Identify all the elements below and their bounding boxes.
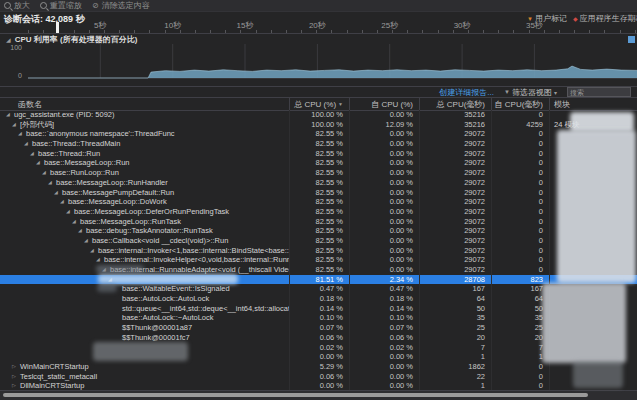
table-row[interactable]: ◢base::`anonymous namespace'::ThreadFunc…	[0, 129, 637, 139]
create-detailed-report-link[interactable]: 创建详细报告...	[439, 87, 494, 98]
expanded-arrow-icon[interactable]: ◢	[18, 129, 26, 139]
cell-self_ms: 0	[492, 139, 550, 149]
horizontal-scrollbar-thumb[interactable]	[3, 393, 588, 397]
function-name: DllMainCRTStartup	[20, 381, 84, 390]
header-function-name[interactable]: 函数名	[0, 98, 290, 110]
header-total-cpu-pct[interactable]: 总 CPU (%) ▼	[290, 98, 350, 110]
cell-self_ms: 0	[492, 129, 550, 139]
expanded-arrow-icon[interactable]: ◢	[30, 149, 38, 159]
table-row[interactable]: ◢base::MessageLoop::DoWork82.55 %0.00 %2…	[0, 197, 637, 207]
expanded-arrow-icon[interactable]: ◢	[42, 168, 50, 178]
expanded-arrow-icon[interactable]: ◢	[48, 178, 56, 188]
table-row[interactable]: ◢base::Thread::ThreadMain82.55 %0.00 %29…	[0, 139, 637, 149]
cell-self_pct: 0.00 %	[350, 352, 420, 362]
table-row[interactable]: ◢[外部代码]100.00 %12.09 %35216425924 模块	[0, 120, 637, 130]
clear-selection-button[interactable]: ⊘ 清除选定内容	[92, 0, 150, 11]
cell-total_ms: 29072	[420, 265, 492, 275]
cell-total_ms: 29072	[420, 129, 492, 139]
cell-self_ms: 0	[492, 246, 550, 256]
expanded-arrow-icon[interactable]: ◢	[24, 139, 32, 149]
table-row[interactable]: ◢base::RunLoop::Run82.55 %0.00 %290720	[0, 168, 637, 178]
cell-self_pct: 0.00 %	[350, 168, 420, 178]
cell-total_ms: 29072	[420, 149, 492, 159]
cell-self_ms: 0	[492, 255, 550, 265]
cell-total_pct: 0.14 %	[290, 304, 350, 314]
cell-total_pct: 0.07 %	[290, 323, 350, 333]
filter-view-dropdown[interactable]: ▼ 筛选器视图 ▾	[504, 87, 557, 98]
cell-total_pct: 0.10 %	[290, 313, 350, 323]
cell-total_pct: 0.00 %	[290, 352, 350, 362]
redaction-blur	[542, 283, 626, 363]
cell-total_ms: 35216	[420, 110, 492, 120]
cell-total_ms: 29072	[420, 236, 492, 246]
cell-self_pct: 0.00 %	[350, 255, 420, 265]
cell-total_ms: 29072	[420, 255, 492, 265]
cpu-series-swatch	[628, 36, 635, 43]
function-name: base::internal::Invoker<1,base::internal…	[98, 246, 290, 255]
cell-self_ms: 0	[492, 158, 550, 168]
cell-self_ms: 0	[492, 178, 550, 188]
table-row[interactable]: ◢base::MessageLoop::DeferOrRunPendingTas…	[0, 207, 637, 217]
table-row-selected[interactable]: ◢81.51 %2.34 %28708823	[0, 275, 637, 285]
expanded-arrow-icon[interactable]: ◢	[90, 246, 98, 256]
expanded-arrow-icon[interactable]: ◢	[60, 197, 68, 207]
cpu-utilization-chart[interactable]: 100 0	[0, 44, 637, 80]
cell-self_pct: 0.00 %	[350, 207, 420, 217]
cell-total_pct: 82.55 %	[290, 178, 350, 188]
cell-self_ms: 0	[492, 217, 550, 227]
cell-total_ms: 29072	[420, 168, 492, 178]
header-self-cpu-ms[interactable]: 自 CPU(毫秒)	[492, 98, 550, 110]
table-row[interactable]: ◢base::internal::Invoker<1,base::interna…	[0, 246, 637, 256]
cell-self_pct: 0.00 %	[350, 246, 420, 256]
expanded-arrow-icon[interactable]: ◢	[66, 207, 74, 217]
expanded-arrow-icon[interactable]: ◢	[12, 120, 20, 130]
reset-zoom-button[interactable]: 重置缩放	[40, 0, 82, 11]
chevron-down-icon: ▾	[554, 89, 557, 96]
expanded-arrow-icon[interactable]: ◢	[72, 217, 80, 227]
expanded-arrow-icon[interactable]: ◢	[96, 255, 104, 265]
expanded-arrow-icon[interactable]: ◢	[36, 158, 44, 168]
zoom-in-button[interactable]: 放大	[4, 0, 30, 11]
horizontal-scrollbar[interactable]	[0, 390, 637, 400]
cell-total_ms: 29072	[420, 217, 492, 227]
cell-self_pct: 0.00 %	[350, 226, 420, 236]
expanded-arrow-icon[interactable]: ◢	[54, 188, 62, 198]
cell-total_ms: 25	[420, 323, 492, 333]
expanded-arrow-icon[interactable]: ◢	[84, 236, 92, 246]
table-row[interactable]: ▷Teslcqt_static_metacall0.06 %0.00 %220	[0, 372, 637, 382]
table-row[interactable]: ◢base::Thread::Run82.55 %0.00 %290720	[0, 149, 637, 159]
function-name: base::MessagePumpDefault::Run	[62, 188, 174, 197]
cell-self_ms: 0	[492, 236, 550, 246]
table-row[interactable]: ◢base::debug::TaskAnnotator::RunTask82.5…	[0, 226, 637, 236]
collapsed-arrow-icon[interactable]: ▷	[12, 372, 20, 382]
table-row[interactable]: ◢base::MessagePumpDefault::Run82.55 %0.0…	[0, 188, 637, 198]
collapse-caret-icon[interactable]: ◢	[6, 36, 11, 43]
function-name: base::MessageLoop::DoWork	[68, 197, 167, 206]
cell-total_pct: 82.55 %	[290, 246, 350, 256]
table-row[interactable]: ◢ugc_assistant.exe (PID: 5092)100.00 %0.…	[0, 110, 637, 120]
header-module[interactable]: 模块	[550, 98, 637, 110]
search-input[interactable]	[567, 87, 631, 97]
header-self-cpu-pct[interactable]: 自 CPU (%)	[350, 98, 420, 110]
cell-total_ms: 50	[420, 304, 492, 314]
header-total-cpu-ms[interactable]: 总 CPU(毫秒)	[420, 98, 492, 110]
cell-total_ms: 167	[420, 284, 492, 294]
function-name: base::MessageLoop::DeferOrRunPendingTask	[74, 207, 229, 216]
cell-self_ms: 0	[492, 265, 550, 275]
redaction-blur	[97, 284, 117, 292]
table-row[interactable]: ◢base::MessageLoop::Run82.55 %0.00 %2907…	[0, 158, 637, 168]
cell-total_pct: 81.51 %	[290, 275, 350, 285]
function-name: std::queue<__int64,std::deque<__int64,st…	[122, 304, 290, 313]
expanded-arrow-icon[interactable]: ◢	[78, 226, 86, 236]
cell-self_ms: 0	[492, 197, 550, 207]
table-row[interactable]: ◢base::internal::InvokeHelper<0,void,bas…	[0, 255, 637, 265]
cell-total_ms: 22	[420, 372, 492, 382]
table-row[interactable]: ◢base::MessageLoop::RunHandler82.55 %0.0…	[0, 178, 637, 188]
expanded-arrow-icon[interactable]: ◢	[6, 110, 14, 120]
cell-self_ms: 0	[492, 188, 550, 198]
ruler-tick-label: 15秒	[237, 20, 254, 31]
collapsed-arrow-icon[interactable]: ▷	[12, 362, 20, 372]
table-row[interactable]: ◢base::Callback<void __cdecl(void)>::Run…	[0, 236, 637, 246]
table-row[interactable]: ◢base::MessageLoop::RunTask82.55 %0.00 %…	[0, 217, 637, 227]
table-row[interactable]: ▷WinMainCRTStartup5.29 %0.00 %18620	[0, 362, 637, 372]
